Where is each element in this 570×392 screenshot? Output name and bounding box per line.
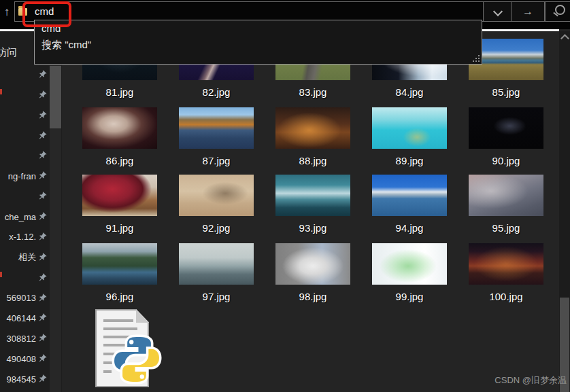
sidebar-item[interactable]: [0, 148, 36, 163]
search-box[interactable]: [545, 1, 570, 22]
pin-icon: [37, 171, 47, 181]
address-dropdown-button[interactable]: [483, 1, 512, 22]
sidebar-item-label: 308812: [7, 334, 36, 344]
pin-icon: [37, 253, 47, 262]
sidebar-item[interactable]: 406144: [0, 310, 36, 325]
pin-icon: [37, 90, 47, 100]
python-logo-icon: [110, 332, 163, 387]
sidebar-item[interactable]: che_ma: [0, 209, 36, 224]
dropdown-item[interactable]: 搜索 "cmd": [41, 39, 91, 52]
sidebar-item[interactable]: [0, 128, 36, 143]
sidebar-item[interactable]: ng-fran: [0, 168, 36, 183]
cut-icon-fragment: [0, 89, 2, 94]
quick-access-header[interactable]: 访问: [0, 46, 17, 59]
file-item-python[interactable]: rename_files.py: [94, 309, 169, 392]
watermark: CSDN @旧梦余温: [494, 374, 567, 387]
sidebar-item-label: 569013: [7, 293, 36, 303]
address-bar[interactable]: cmd: [14, 1, 484, 22]
sidebar-item[interactable]: 相关: [0, 250, 36, 265]
sidebar-scrollbar-thumb[interactable]: [50, 66, 61, 128]
cut-icon-fragment: [0, 272, 2, 277]
pin-icon: [37, 313, 47, 323]
pin-icon: [37, 293, 47, 303]
resize-grip-icon[interactable]: [471, 54, 480, 62]
sidebar-item[interactable]: [0, 67, 36, 82]
scroll-up-icon[interactable]: [560, 34, 569, 43]
pin-icon: [37, 212, 47, 221]
pin-icon: [37, 273, 47, 283]
sidebar-item-label: 相关: [18, 251, 36, 264]
annotation-highlight-box: [22, 1, 71, 27]
pin-icon: [37, 374, 47, 384]
sidebar-item[interactable]: 569013: [0, 291, 36, 306]
address-suggestion-dropdown: cmd搜索 "cmd": [34, 20, 482, 65]
file-explorer-window: 81.jpg82.jpg83.jpg84.jpg85.jpg86.jpg87.j…: [0, 0, 570, 392]
search-icon: [555, 5, 565, 15]
python-file-layer: rename_files.py: [62, 31, 559, 392]
sidebar-item-label: ng-fran: [8, 171, 36, 181]
sidebar-item[interactable]: [0, 270, 36, 285]
vertical-scrollbar[interactable]: [559, 31, 570, 392]
go-to-button[interactable]: →: [511, 1, 545, 22]
pin-icon: [37, 111, 47, 120]
sidebar-item[interactable]: 984545: [0, 372, 36, 387]
sidebar-item-label: che_ma: [5, 212, 36, 222]
pin-icon: [37, 151, 47, 160]
pin-icon: [37, 70, 47, 79]
sidebar-item[interactable]: 308812: [0, 331, 36, 346]
sidebar-item-label: 490408: [7, 354, 36, 364]
sidebar-item[interactable]: [0, 189, 36, 204]
sidebar-item-label: 406144: [7, 313, 36, 323]
sidebar-item[interactable]: x-1.12.: [0, 230, 36, 245]
sidebar-item-label: 984545: [7, 374, 36, 385]
sidebar-item[interactable]: [0, 88, 36, 103]
navigation-pane: 访问 ng-franche_max-1.12.相关569013406144308…: [0, 31, 62, 392]
sidebar-item[interactable]: [0, 108, 36, 123]
pin-icon: [37, 334, 47, 343]
pin-icon: [37, 232, 47, 242]
pin-icon: [37, 354, 47, 363]
pin-icon: [37, 131, 47, 141]
pin-icon: [37, 192, 47, 201]
sidebar-item[interactable]: 490408: [0, 351, 36, 366]
chevron-down-icon: [493, 7, 503, 16]
sidebar-item-label: x-1.12.: [9, 232, 36, 242]
up-navigation-icon[interactable]: ↑: [1, 5, 12, 20]
